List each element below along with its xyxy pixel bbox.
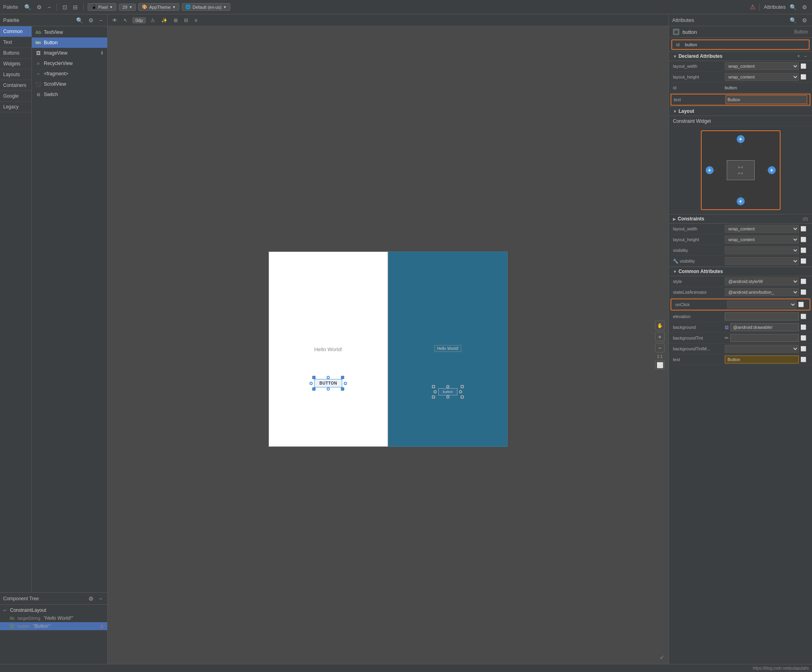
bg-tint-mode-select[interactable] xyxy=(725,345,799,353)
search-icon[interactable]: 🔍 xyxy=(23,3,33,11)
palette-minimize-icon[interactable]: − xyxy=(98,16,104,24)
visibility-wrench-select[interactable] xyxy=(725,257,799,265)
bp-bottom-right[interactable] xyxy=(461,395,464,399)
c-layout-width-extra[interactable]: ⬜ xyxy=(799,226,808,232)
bp-left[interactable] xyxy=(433,390,437,393)
button-widget-design[interactable]: BUTTON xyxy=(310,376,347,391)
layout-section[interactable]: ▼ Layout xyxy=(669,106,812,116)
category-widgets[interactable]: Widgets xyxy=(0,59,31,69)
visibility-select[interactable] xyxy=(725,246,799,254)
id-input[interactable] xyxy=(684,41,805,48)
background-extra[interactable]: ⬜ xyxy=(799,324,808,330)
top-center-handle[interactable] xyxy=(327,376,330,379)
blueprint-icon[interactable]: ⊟ xyxy=(71,3,79,11)
palette-item-fragment[interactable]: ‹› <fragment> xyxy=(32,69,107,79)
top-right-handle[interactable] xyxy=(341,376,344,379)
error-list-btn[interactable]: ⚠ xyxy=(149,17,157,24)
category-common[interactable]: Common xyxy=(0,26,31,37)
onclick-extra[interactable]: ⬜ xyxy=(796,302,806,307)
palette-item-textview[interactable]: Ab TextView xyxy=(32,27,107,37)
layout-height-select[interactable]: wrap_content xyxy=(725,73,799,81)
palette-item-scrollview[interactable]: ⬛ ScrollView xyxy=(32,79,107,89)
palette-search-icon[interactable]: 🔍 xyxy=(75,16,84,24)
text-bottom-input[interactable] xyxy=(725,356,799,364)
version-btn[interactable]: 29 ▼ xyxy=(119,4,136,11)
style-select[interactable]: @android:style/W xyxy=(725,277,799,285)
left-handle[interactable] xyxy=(310,382,313,385)
attrs-settings-icon[interactable]: ⚙ xyxy=(800,3,809,11)
c-layout-width-select[interactable]: wrap_content xyxy=(725,225,799,233)
guidelines-btn[interactable]: ⊟ xyxy=(182,17,190,24)
button-blueprint-label[interactable]: button xyxy=(438,388,457,395)
category-buttons[interactable]: Buttons xyxy=(0,48,31,59)
locale-btn[interactable]: 🌐 Default (en-us) ▼ xyxy=(182,3,230,11)
tree-button[interactable]: button "Button" ⚠ xyxy=(0,622,107,630)
minimize-icon[interactable]: − xyxy=(46,3,52,11)
tree-target-string[interactable]: Ab targetString "Hello World!" xyxy=(0,614,107,622)
elevation-extra[interactable]: ⬜ xyxy=(799,314,808,319)
bp-top-left[interactable] xyxy=(432,385,435,388)
category-legacy[interactable]: Legacy xyxy=(0,102,31,112)
constraints-section[interactable]: ▶ Constraints (0) xyxy=(669,214,812,224)
visibility-wrench-extra[interactable]: ⬜ xyxy=(799,258,808,264)
bp-bottom-left[interactable] xyxy=(432,395,435,399)
palette-item-imageview[interactable]: 🖼 ImageView ⬇ xyxy=(32,48,107,58)
attrs-search-btn[interactable]: 🔍 xyxy=(788,16,798,24)
bg-tint-input[interactable] xyxy=(730,334,799,342)
remove-attr-btn[interactable]: − xyxy=(803,53,808,59)
attrs-search-icon[interactable]: 🔍 xyxy=(788,3,798,11)
tree-minimize-icon[interactable]: − xyxy=(98,595,104,603)
background-input[interactable] xyxy=(730,323,799,331)
cursor-btn[interactable]: ↖ xyxy=(122,17,129,24)
align-btn[interactable]: ⊞ xyxy=(172,17,179,24)
bp-bottom-center[interactable] xyxy=(446,395,449,399)
layout-icon[interactable]: ⊡ xyxy=(61,3,69,11)
device-btn[interactable]: 📱 Pixel ▼ xyxy=(88,3,117,11)
add-attr-btn[interactable]: + xyxy=(796,53,801,59)
category-text[interactable]: Text xyxy=(0,37,31,48)
bg-tint-mode-extra[interactable]: ⬜ xyxy=(799,346,808,352)
category-containers[interactable]: Containers xyxy=(0,80,31,91)
theme-btn[interactable]: 🎨 AppTheme ▼ xyxy=(138,3,179,11)
settings-icon[interactable]: ⚙ xyxy=(35,3,43,11)
tree-constraint-layout[interactable]: ↩ ConstraintLayout xyxy=(0,606,107,614)
visibility-extra[interactable]: ⬜ xyxy=(799,248,808,253)
state-list-select[interactable]: @android:anim/button_ xyxy=(725,288,799,296)
tree-settings-icon[interactable]: ⚙ xyxy=(87,595,95,603)
bottom-center-handle[interactable] xyxy=(327,387,330,391)
bp-right[interactable] xyxy=(459,390,462,393)
right-handle[interactable] xyxy=(344,382,347,385)
bottom-right-handle[interactable] xyxy=(341,387,344,391)
magic-btn[interactable]: ✨ xyxy=(160,17,169,24)
hand-tool[interactable]: ✋ xyxy=(655,321,665,330)
zoom-plus-btn[interactable]: + xyxy=(655,332,665,342)
baseline-btn[interactable]: ≡ xyxy=(193,17,199,24)
text-input[interactable] xyxy=(726,96,807,104)
category-layouts[interactable]: Layouts xyxy=(0,69,31,80)
button-widget-blueprint[interactable]: button xyxy=(432,385,464,399)
category-google[interactable]: Google xyxy=(0,91,31,102)
bg-tint-extra[interactable]: ⬜ xyxy=(799,335,808,341)
onclick-select[interactable] xyxy=(727,301,796,308)
layout-width-extra[interactable]: ⬜ xyxy=(799,63,808,69)
palette-item-switch[interactable]: ⊙ Switch xyxy=(32,89,107,100)
bp-top-right[interactable] xyxy=(461,385,464,388)
zoom-minus-btn[interactable]: − xyxy=(655,343,665,353)
c-layout-height-extra[interactable]: ⬜ xyxy=(799,237,808,242)
state-list-extra[interactable]: ⬜ xyxy=(799,289,808,295)
button-design-label[interactable]: BUTTON xyxy=(314,379,342,387)
declared-attrs-section[interactable]: ▼ Declared Attributes + − xyxy=(669,51,812,61)
bp-top-center[interactable] xyxy=(446,385,449,388)
attrs-settings-btn[interactable]: ⚙ xyxy=(800,16,809,24)
elevation-input[interactable] xyxy=(725,312,799,320)
layout-height-extra[interactable]: ⬜ xyxy=(799,74,808,80)
text-bottom-extra[interactable]: ⬜ xyxy=(799,357,808,362)
zoom-ratio-label[interactable]: 1:1 xyxy=(655,354,665,359)
palette-settings-icon[interactable]: ⚙ xyxy=(87,16,95,24)
layout-width-select[interactable]: wrap_content xyxy=(725,62,799,70)
eye-btn[interactable]: 👁 xyxy=(111,17,119,24)
download-icon[interactable]: ⬇ xyxy=(100,50,104,56)
palette-item-recyclerview[interactable]: ≡ RecyclerView xyxy=(32,58,107,69)
zoom-fit-btn[interactable]: ⬜ xyxy=(655,360,665,370)
c-layout-height-select[interactable]: wrap_content xyxy=(725,236,799,244)
